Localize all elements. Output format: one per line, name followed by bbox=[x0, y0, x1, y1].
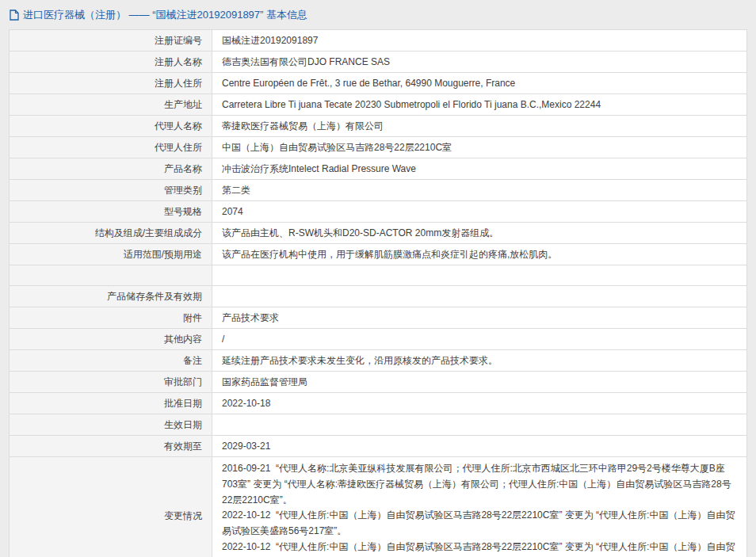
table-row: 有效期至2029-03-21 bbox=[10, 436, 747, 457]
row-label: 注册人住所 bbox=[10, 73, 212, 94]
row-label: 产品储存条件及有效期 bbox=[10, 286, 212, 307]
table-row: 结构及组成/主要组成成分该产品由主机、R-SW机头和D20-SD-ACTOR 2… bbox=[10, 223, 747, 244]
row-value bbox=[212, 265, 747, 286]
table-row: 审批部门国家药品监督管理局 bbox=[10, 372, 747, 393]
table-row: 生产地址Carretera Libre Ti juana Tecate 2023… bbox=[10, 94, 747, 116]
table-row: 附件产品技术要求 bbox=[10, 307, 747, 329]
table-row: 代理人住所中国（上海）自由贸易试验区马吉路28号22层2210C室 bbox=[10, 137, 747, 158]
row-value: 2016-09-21 “代理人名称:北京美亚纵科技发展有限公司；代理人住所:北京… bbox=[212, 457, 747, 557]
table-row: 批准日期2022-10-18 bbox=[10, 393, 747, 414]
info-table-body: 注册证编号国械注进20192091897注册人名称德吉奥法国有限公司DJO FR… bbox=[10, 30, 747, 557]
row-value: 2029-03-21 bbox=[212, 436, 747, 457]
row-value: Centre Européen de Frêt., 3 rue de Betha… bbox=[212, 73, 747, 94]
row-label: 变更情况 bbox=[10, 457, 212, 557]
row-value: 国械注进20192091897 bbox=[212, 30, 747, 52]
row-value: 德吉奥法国有限公司DJO FRANCE SAS bbox=[212, 52, 747, 73]
table-row: 变更情况2016-09-21 “代理人名称:北京美亚纵科技发展有限公司；代理人住… bbox=[10, 457, 747, 557]
row-label: 型号规格 bbox=[10, 201, 212, 223]
row-value: / bbox=[212, 329, 747, 350]
row-value bbox=[212, 414, 747, 436]
row-label: 生效日期 bbox=[10, 414, 212, 436]
page: 进口医疗器械（注册） —— “国械注进20192091897” 基本信息 注册证… bbox=[0, 0, 756, 557]
row-value: 冲击波治疗系统Intelect Radial Pressure Wave bbox=[212, 158, 747, 180]
row-value: 延续注册产品技术要求未发生变化，沿用原核发的产品技术要求。 bbox=[212, 350, 747, 372]
row-value: 2074 bbox=[212, 201, 747, 223]
row-label: 注册证编号 bbox=[10, 30, 212, 52]
row-label: 生产地址 bbox=[10, 94, 212, 116]
table-row: 生效日期 bbox=[10, 414, 747, 436]
row-value: 产品技术要求 bbox=[212, 307, 747, 329]
table-row: 代理人名称蒂捷欧医疗器械贸易（上海）有限公司 bbox=[10, 116, 747, 137]
row-value: 2022-10-18 bbox=[212, 393, 747, 414]
row-value: 该产品在医疗机构中使用，用于缓解肌筋膜激痛点和炎症引起的疼痛,放松肌肉。 bbox=[212, 244, 747, 265]
row-label: 有效期至 bbox=[10, 436, 212, 457]
row-label: 备注 bbox=[10, 350, 212, 372]
table-row: 注册证编号国械注进20192091897 bbox=[10, 30, 747, 52]
table-row: 型号规格2074 bbox=[10, 201, 747, 223]
table-row: 备注延续注册产品技术要求未发生变化，沿用原核发的产品技术要求。 bbox=[10, 350, 747, 372]
row-label: 管理类别 bbox=[10, 180, 212, 201]
row-label bbox=[10, 265, 212, 286]
row-label: 代理人住所 bbox=[10, 137, 212, 158]
row-label: 附件 bbox=[10, 307, 212, 329]
row-value: 中国（上海）自由贸易试验区马吉路28号22层2210C室 bbox=[212, 137, 747, 158]
row-label: 其他内容 bbox=[10, 329, 212, 350]
row-value: 国家药品监督管理局 bbox=[212, 372, 747, 393]
table-row: 注册人住所Centre Européen de Frêt., 3 rue de … bbox=[10, 73, 747, 94]
document-icon bbox=[10, 10, 19, 21]
row-label: 产品名称 bbox=[10, 158, 212, 180]
change-record-line: 2022-10-12 “代理人住所:中国（上海）自由贸易试验区马吉路28号22层… bbox=[222, 540, 737, 557]
page-title: 进口医疗器械（注册） —— “国械注进20192091897” 基本信息 bbox=[23, 8, 307, 22]
table-row: 产品储存条件及有效期 bbox=[10, 286, 747, 307]
table-row: 产品名称冲击波治疗系统Intelect Radial Pressure Wave bbox=[10, 158, 747, 180]
row-label: 适用范围/预期用途 bbox=[10, 244, 212, 265]
table-row bbox=[10, 265, 747, 286]
row-value: 第二类 bbox=[212, 180, 747, 201]
row-value: 蒂捷欧医疗器械贸易（上海）有限公司 bbox=[212, 116, 747, 137]
row-label: 审批部门 bbox=[10, 372, 212, 393]
change-record-line: 2016-09-21 “代理人名称:北京美亚纵科技发展有限公司；代理人住所:北京… bbox=[222, 461, 737, 508]
row-value: Carretera Libre Ti juana Tecate 20230 Su… bbox=[212, 94, 747, 116]
row-value bbox=[212, 286, 747, 307]
table-row: 其他内容/ bbox=[10, 329, 747, 350]
table-row: 适用范围/预期用途该产品在医疗机构中使用，用于缓解肌筋膜激痛点和炎症引起的疼痛,… bbox=[10, 244, 747, 265]
row-label: 注册人名称 bbox=[10, 52, 212, 73]
change-record-line: 2022-10-12 “代理人住所:中国（上海）自由贸易试验区马吉路28号22层… bbox=[222, 508, 737, 540]
row-label: 代理人名称 bbox=[10, 116, 212, 137]
row-label: 批准日期 bbox=[10, 393, 212, 414]
page-header: 进口医疗器械（注册） —— “国械注进20192091897” 基本信息 bbox=[10, 8, 747, 22]
registration-info-table: 注册证编号国械注进20192091897注册人名称德吉奥法国有限公司DJO FR… bbox=[9, 29, 747, 557]
table-row: 管理类别第二类 bbox=[10, 180, 747, 201]
table-row: 注册人名称德吉奥法国有限公司DJO FRANCE SAS bbox=[10, 52, 747, 73]
row-value: 该产品由主机、R-SW机头和D20-SD-ACTOR 20mm发射器组成。 bbox=[212, 223, 747, 244]
row-label: 结构及组成/主要组成成分 bbox=[10, 223, 212, 244]
